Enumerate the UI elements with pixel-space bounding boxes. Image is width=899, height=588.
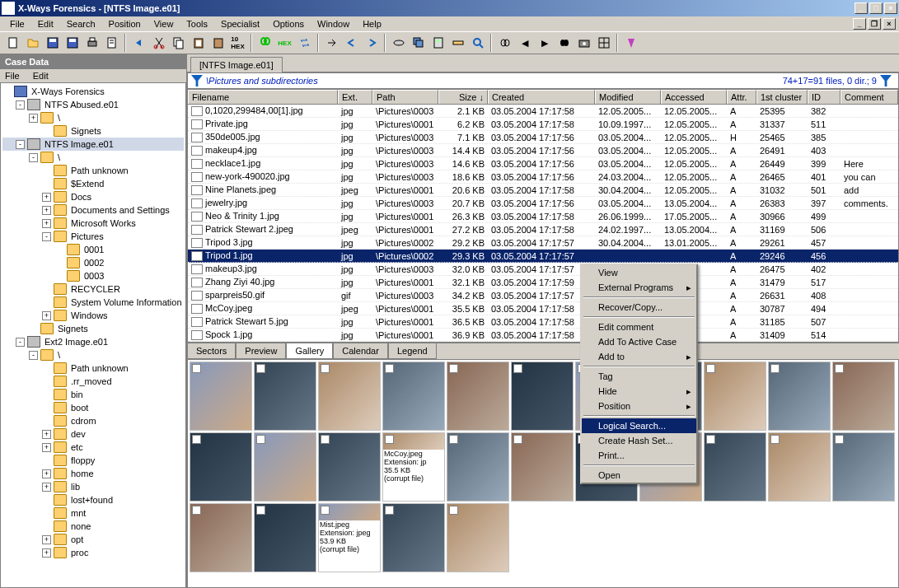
tree-expand-icon[interactable]: + [42,483,51,492]
menu-specialist[interactable]: Specialist [214,17,266,30]
tab-calendar[interactable]: Calendar [333,343,388,359]
help-icon[interactable] [621,34,640,52]
tree-expand-icon[interactable]: - [29,351,38,360]
col-ext[interactable]: Ext. [338,90,372,104]
table-row[interactable]: makeup4.jpgjpg\Pictures\000314.4 KB03.05… [188,144,898,157]
tree-node[interactable]: +dev [2,427,184,441]
ctx-hide[interactable]: Hide [582,384,696,399]
cascade-icon[interactable] [409,34,428,52]
tree-node[interactable]: bin [2,388,184,401]
tree-expand-icon[interactable]: + [42,443,51,452]
thumb-checkbox[interactable] [192,435,201,444]
tree-expand-icon[interactable]: + [42,193,51,202]
ctx-external-programs[interactable]: External Programs [582,280,696,295]
table-row[interactable]: sparpreis50.gifgif\Pictures\000334.2 KB0… [188,289,898,302]
menu-view[interactable]: View [147,17,180,30]
clipboard-icon[interactable] [189,34,208,52]
tree-node[interactable]: -Ext2 Image.e01 [2,335,184,348]
table-row[interactable]: Patrick Stewart 2.jpegjpeg\Pictures\0001… [188,223,898,236]
thumbnail[interactable] [318,362,381,431]
tree-expand-icon[interactable]: - [29,153,38,162]
col-attr[interactable]: Attr. [727,90,756,104]
thumb-checkbox[interactable] [770,435,780,444]
tree-expand-icon[interactable]: + [42,311,51,320]
thumb-checkbox[interactable] [706,435,715,444]
ctx-recover-copy[interactable]: Recover/Copy... [582,300,696,315]
print-icon[interactable] [82,34,101,52]
menu-position[interactable]: Position [102,17,147,30]
tree-node[interactable]: +Documents and Settings [2,203,184,217]
table-row[interactable]: Private.jpgjpg\Pictures\00016.2 KB03.05.… [188,118,898,131]
next-icon[interactable]: ▶ [535,34,554,52]
gallery[interactable]: McCoy.jpegExtension: jp35.5 KB(corrupt f… [187,359,899,588]
tree-node[interactable]: +\ [2,111,184,124]
filter-icon[interactable] [191,75,203,86]
tree-node[interactable]: +Docs [2,190,184,203]
thumbnail[interactable]: Mist.jpegExtension: jpeg53.9 KB(corrupt … [318,503,381,572]
tree-expand-icon[interactable]: + [42,548,51,558]
thumbnail[interactable] [832,362,895,431]
tree-node[interactable]: System Volume Information [2,296,184,309]
maximize-button[interactable]: □ [869,2,883,14]
thumb-checkbox[interactable] [321,364,330,373]
tree-node[interactable]: -NTFS Image.e01 [2,138,184,151]
table-row[interactable]: Spock 1.jpgjpg\Pictures\000136.9 KB03.05… [188,329,898,342]
thumb-checkbox[interactable] [449,435,458,444]
find-icon[interactable] [255,34,274,52]
case-menu-edit[interactable]: Edit [33,71,49,81]
ctx-add-to-case[interactable]: Add To Active Case [582,334,696,349]
thumbnail[interactable] [704,432,766,502]
tree-node[interactable]: $Extend [2,177,184,190]
tree-expand-icon[interactable]: - [42,232,51,241]
thumbnail[interactable] [768,432,831,502]
ctx-view[interactable]: View [582,265,696,280]
calc-icon[interactable] [428,34,447,52]
col-cluster[interactable]: 1st cluster [756,90,808,104]
tree-node[interactable]: mnt [2,506,184,520]
properties-icon[interactable] [102,34,121,52]
tree-node[interactable]: cdrom [2,414,184,427]
saveas-icon[interactable] [63,34,82,52]
thumb-checkbox[interactable] [706,364,715,373]
tree-expand-icon[interactable]: - [16,338,25,347]
tree-node[interactable]: lost+found [2,493,184,506]
thumb-checkbox[interactable] [835,435,844,444]
child-close-button[interactable]: × [883,18,896,30]
col-modified[interactable]: Modified [595,90,661,104]
goto-icon[interactable] [322,34,341,52]
menu-file[interactable]: File [3,17,31,30]
thumb-checkbox[interactable] [513,435,522,444]
copy-icon[interactable] [169,34,188,52]
save-icon[interactable] [43,34,62,52]
thumb-checkbox[interactable] [385,506,394,515]
ctx-edit-comment[interactable]: Edit comment [582,320,696,334]
table-row[interactable]: 350de005.jpgjpg\Pictures\00037.1 KB03.05… [188,131,898,144]
thumbnail[interactable] [768,362,831,431]
tree-node[interactable]: RECYCLER [2,282,184,296]
tree-node[interactable]: 0002 [2,256,184,269]
table-row[interactable]: makeup3.jpgjpg\Pictures\000332.0 KB03.05… [188,263,898,276]
thumbnail[interactable] [190,503,252,572]
binoculars3-icon[interactable] [555,34,574,52]
tree-node[interactable]: -\ [2,348,184,362]
thumb-checkbox[interactable] [449,506,458,515]
table-row[interactable]: Neo & Trinity 1.jpgjpg\Pictures\000126.3… [188,210,898,223]
thumbnail[interactable] [447,432,509,502]
table-row[interactable]: necklace1.jpgjpg\Pictures\000314.6 KB03.… [188,157,898,170]
thumbnail[interactable] [318,432,381,502]
table-row[interactable]: McCoy.jpegjpeg\Pictures\000135.5 KB03.05… [188,302,898,315]
tree-node[interactable]: +home [2,467,184,480]
thumbnail[interactable] [704,362,766,431]
col-filename[interactable]: Filename [188,90,338,104]
tree-node[interactable]: +etc [2,441,184,454]
tab-sectors[interactable]: Sectors [187,343,236,359]
menu-window[interactable]: Window [311,17,356,30]
tree-node[interactable]: boot [2,401,184,414]
close-button[interactable]: × [884,2,897,14]
tree-node[interactable]: 0003 [2,269,184,282]
tree-node[interactable]: .rr_moved [2,375,184,388]
thumb-checkbox[interactable] [385,435,394,444]
thumbnail[interactable] [511,432,574,502]
thumbnail[interactable] [511,362,574,431]
tree-node[interactable]: Signets [2,322,184,335]
